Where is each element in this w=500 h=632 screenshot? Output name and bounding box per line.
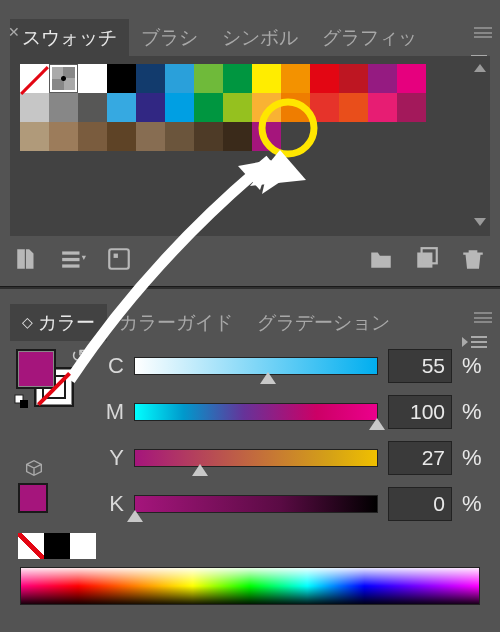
swatch-scrollbar[interactable] bbox=[472, 64, 488, 226]
swatch[interactable] bbox=[223, 122, 252, 151]
svg-rect-6 bbox=[109, 249, 129, 269]
svg-rect-12 bbox=[471, 346, 487, 348]
swatch[interactable] bbox=[339, 64, 368, 93]
swatch[interactable] bbox=[78, 122, 107, 151]
channel-value[interactable]: 100 bbox=[388, 395, 452, 429]
channel-label: C bbox=[100, 353, 124, 379]
swatch[interactable] bbox=[49, 64, 78, 93]
white-color[interactable] bbox=[70, 533, 96, 559]
percent-label: % bbox=[462, 445, 488, 471]
channel-value[interactable]: 0 bbox=[388, 487, 452, 521]
swatch[interactable] bbox=[368, 93, 397, 122]
swatch[interactable] bbox=[310, 93, 339, 122]
none-color[interactable] bbox=[18, 533, 44, 559]
svg-rect-8 bbox=[417, 253, 432, 268]
swatch[interactable] bbox=[136, 64, 165, 93]
swatch[interactable] bbox=[252, 122, 281, 151]
svg-rect-5 bbox=[62, 264, 79, 267]
channel-slider[interactable] bbox=[134, 357, 378, 375]
channel-value[interactable]: 27 bbox=[388, 441, 452, 475]
swatches-toolbar bbox=[14, 242, 486, 276]
swatch[interactable] bbox=[49, 122, 78, 151]
tab-color-guide[interactable]: カラーガイド bbox=[107, 304, 245, 341]
panel-divider bbox=[0, 286, 500, 289]
tab-symbols[interactable]: シンボル bbox=[210, 19, 310, 56]
channel-slider[interactable] bbox=[134, 449, 378, 467]
svg-rect-4 bbox=[62, 258, 79, 261]
swatch-options-icon[interactable] bbox=[106, 246, 132, 272]
swatch[interactable] bbox=[107, 93, 136, 122]
swatch[interactable] bbox=[310, 64, 339, 93]
fill-stroke-control[interactable]: ↺ bbox=[16, 349, 72, 401]
swatch[interactable] bbox=[107, 122, 136, 151]
channel-K: K0% bbox=[100, 481, 488, 527]
channel-label: Y bbox=[100, 445, 124, 471]
swatch[interactable] bbox=[339, 93, 368, 122]
channel-slider[interactable] bbox=[134, 403, 378, 421]
swatch[interactable] bbox=[49, 93, 78, 122]
percent-label: % bbox=[462, 353, 488, 379]
percent-label: % bbox=[462, 399, 488, 425]
tab-gradient[interactable]: グラデーション bbox=[245, 304, 402, 341]
svg-rect-14 bbox=[20, 400, 28, 408]
tab-swatches[interactable]: スウォッチ bbox=[10, 19, 129, 56]
swatch[interactable] bbox=[136, 93, 165, 122]
svg-rect-11 bbox=[471, 341, 487, 343]
swatch[interactable] bbox=[136, 122, 165, 151]
trash-icon[interactable] bbox=[460, 246, 486, 272]
swatch[interactable] bbox=[252, 93, 281, 122]
swatch[interactable] bbox=[78, 93, 107, 122]
collapse-grip-icon[interactable] bbox=[474, 312, 492, 323]
color-tabs: ◇ カラー カラーガイド グラデーション bbox=[10, 307, 500, 341]
swatch[interactable] bbox=[368, 64, 397, 93]
swatch[interactable] bbox=[281, 93, 310, 122]
swatch[interactable] bbox=[397, 93, 426, 122]
swatch[interactable] bbox=[194, 93, 223, 122]
channel-C: C55% bbox=[100, 343, 488, 389]
swatch[interactable] bbox=[165, 93, 194, 122]
channel-label: K bbox=[100, 491, 124, 517]
swatch[interactable] bbox=[223, 93, 252, 122]
swatch-libraries-icon[interactable] bbox=[14, 246, 40, 272]
channel-Y: Y27% bbox=[100, 435, 488, 481]
swatch[interactable] bbox=[78, 64, 107, 93]
color-spectrum[interactable] bbox=[20, 567, 480, 605]
default-fill-stroke-icon[interactable] bbox=[14, 394, 30, 415]
swap-fill-stroke-icon[interactable]: ↺ bbox=[71, 345, 86, 367]
swatch[interactable] bbox=[252, 64, 281, 93]
collapse-grip-icon[interactable] bbox=[474, 27, 492, 38]
proxy-swatch[interactable] bbox=[18, 483, 48, 513]
quick-colors bbox=[18, 533, 488, 559]
new-swatch-icon[interactable] bbox=[414, 246, 440, 272]
black-color[interactable] bbox=[44, 533, 70, 559]
tab-graphic[interactable]: グラフィッ bbox=[310, 19, 429, 56]
swatch-grid bbox=[10, 56, 490, 236]
channel-value[interactable]: 55 bbox=[388, 349, 452, 383]
swatch[interactable] bbox=[165, 122, 194, 151]
swatch[interactable] bbox=[281, 64, 310, 93]
cube-3d-icon[interactable] bbox=[22, 457, 46, 479]
swatch[interactable] bbox=[107, 64, 136, 93]
channel-slider[interactable] bbox=[134, 495, 378, 513]
show-kinds-menu-icon[interactable] bbox=[60, 246, 86, 272]
swatch[interactable] bbox=[397, 64, 426, 93]
swatch[interactable] bbox=[20, 64, 49, 93]
channel-label: M bbox=[100, 399, 124, 425]
channel-M: M100% bbox=[100, 389, 488, 435]
swatch[interactable] bbox=[20, 93, 49, 122]
swatch[interactable] bbox=[194, 64, 223, 93]
swatches-panel: ✕ スウォッチ ブラシ シンボル グラフィッ bbox=[0, 22, 500, 276]
panel-menu-icon[interactable] bbox=[462, 333, 488, 351]
fill-box[interactable] bbox=[16, 349, 56, 389]
tab-color[interactable]: ◇ カラー bbox=[10, 304, 107, 341]
close-icon[interactable]: ✕ bbox=[8, 24, 20, 40]
swatch[interactable] bbox=[20, 122, 49, 151]
tab-brushes[interactable]: ブラシ bbox=[129, 19, 210, 56]
swatch[interactable] bbox=[223, 64, 252, 93]
new-color-group-icon[interactable] bbox=[368, 246, 394, 272]
swatch[interactable] bbox=[194, 122, 223, 151]
color-panel: ◇ カラー カラーガイド グラデーション ↺ C55%M100%Y27%K0% bbox=[0, 307, 500, 625]
swatch[interactable] bbox=[165, 64, 194, 93]
color-body: ↺ C55%M100%Y27%K0% bbox=[0, 341, 500, 625]
svg-rect-3 bbox=[62, 251, 79, 254]
